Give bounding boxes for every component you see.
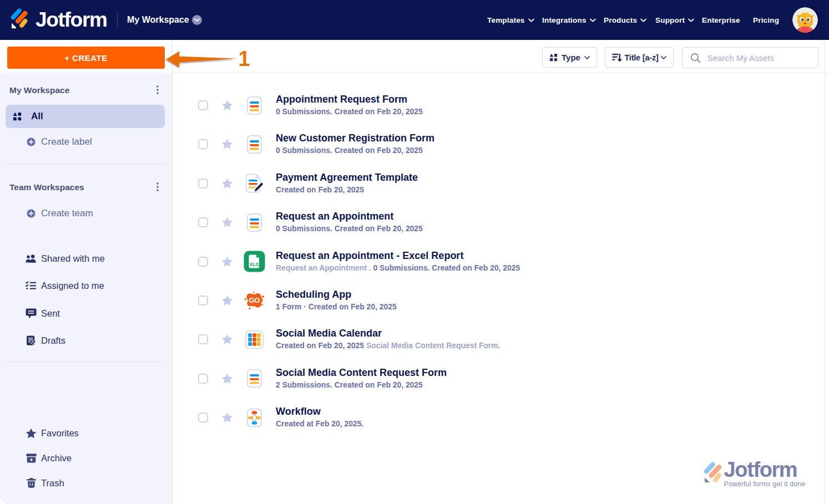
- svg-text:GO: GO: [249, 296, 260, 304]
- svg-text:1: 1: [238, 47, 250, 70]
- svg-text:XLS: XLS: [249, 262, 259, 267]
